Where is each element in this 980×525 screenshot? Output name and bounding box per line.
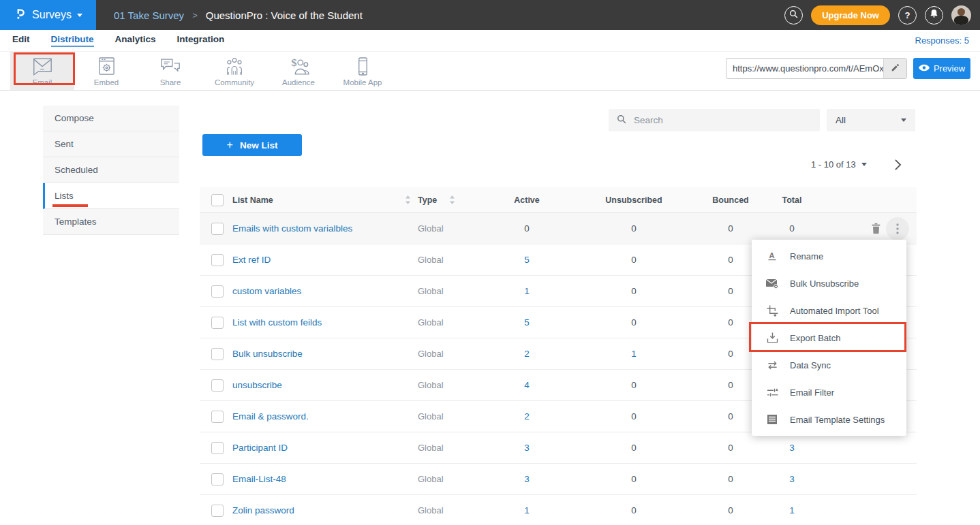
menu-item-rename[interactable]: ARename xyxy=(752,242,906,270)
count-value: 0 xyxy=(631,255,637,265)
sort-icon[interactable] xyxy=(449,195,455,204)
count-value: 0 xyxy=(631,443,637,453)
tab-distribute[interactable]: Distribute xyxy=(51,34,94,47)
list-name-link[interactable]: Zolin password xyxy=(232,505,294,515)
channel-audience[interactable]: $Audience xyxy=(266,52,331,90)
list-name-link[interactable]: Email-List-48 xyxy=(232,474,286,484)
sidebar-item-sent[interactable]: Sent xyxy=(43,131,179,157)
svg-text:A: A xyxy=(769,251,774,259)
list-name-link[interactable]: Ext ref ID xyxy=(232,255,271,265)
search-input[interactable] xyxy=(632,114,820,126)
tab-edit[interactable]: Edit xyxy=(12,34,30,47)
count-value[interactable]: 5 xyxy=(524,317,530,328)
preview-button[interactable]: Preview xyxy=(913,58,970,79)
select-all-checkbox[interactable] xyxy=(211,194,224,206)
list-filter-dropdown[interactable]: All xyxy=(827,109,915,131)
sidebar-item-compose[interactable]: Compose xyxy=(43,106,179,131)
row-checkbox[interactable] xyxy=(211,223,224,235)
active-count: 3 xyxy=(486,474,568,484)
question-mark-icon: ? xyxy=(905,10,910,20)
list-name-link[interactable]: Emails with custom varialbles xyxy=(232,223,352,234)
channel-embed[interactable]: Embed xyxy=(74,52,138,90)
active-count: 1 xyxy=(486,505,568,515)
sidebar-item-scheduled[interactable]: Scheduled xyxy=(43,157,179,183)
count-value[interactable]: 2 xyxy=(524,349,530,359)
avatar[interactable] xyxy=(951,5,971,25)
count-value[interactable]: 3 xyxy=(789,474,795,484)
row-checkbox[interactable] xyxy=(211,473,224,486)
bounced-count: 0 xyxy=(700,443,761,453)
row-checkbox[interactable] xyxy=(211,317,224,329)
unsubscribed-count: 0 xyxy=(568,286,700,296)
count-value[interactable]: 4 xyxy=(524,380,530,390)
channel-email[interactable]: Email xyxy=(10,52,74,90)
unsubscribed-count: 0 xyxy=(568,255,700,265)
list-name-link[interactable]: Participant ID xyxy=(232,443,288,453)
count-value[interactable]: 1 xyxy=(789,505,795,515)
sidebar-item-templates[interactable]: Templates xyxy=(43,209,179,235)
row-checkbox[interactable] xyxy=(211,285,224,298)
row-checkbox[interactable] xyxy=(211,379,224,392)
kebab-menu-button[interactable] xyxy=(886,217,909,240)
sort-icon[interactable] xyxy=(405,195,411,204)
tab-bar: EditDistributeAnalyticsIntegration xyxy=(0,30,980,51)
row-checkbox[interactable] xyxy=(211,348,224,360)
count-value[interactable]: 5 xyxy=(524,255,530,265)
upgrade-now-button[interactable]: Upgrade Now xyxy=(811,5,890,25)
count-value[interactable]: 3 xyxy=(524,443,530,453)
row-checkbox[interactable] xyxy=(211,442,224,454)
channel-share[interactable]: Share xyxy=(138,52,202,90)
trash-icon[interactable] xyxy=(871,223,881,234)
count-value[interactable]: 1 xyxy=(524,286,530,296)
menu-item-automated-import-tool[interactable]: Automated Import Tool xyxy=(752,297,906,324)
column-label: Total xyxy=(782,195,802,205)
email-icon xyxy=(31,56,53,77)
responses-link[interactable]: Responses: 5 xyxy=(915,30,970,51)
surveys-menu[interactable]: Surveys xyxy=(0,0,96,30)
sidebar-item-lists[interactable]: Lists xyxy=(43,183,179,209)
menu-item-email-template-settings[interactable]: Email Template Settings xyxy=(752,406,906,433)
list-name-link[interactable]: List with custom feilds xyxy=(232,317,322,328)
channel-mobile-app[interactable]: Mobile App xyxy=(331,52,395,90)
list-search-box xyxy=(609,109,820,131)
menu-item-export-batch[interactable]: Export Batch xyxy=(752,324,906,351)
list-name-link[interactable]: Bulk unsubscribe xyxy=(232,349,303,359)
help-button[interactable]: ? xyxy=(898,6,917,25)
email-sidebar: ComposeSentScheduledListsTemplates xyxy=(43,106,179,235)
row-checkbox[interactable] xyxy=(211,411,224,423)
count-value[interactable]: 3 xyxy=(789,443,795,453)
plus-icon: + xyxy=(227,140,233,150)
column-header-type[interactable]: Type xyxy=(418,195,486,205)
column-header-name[interactable]: List Name xyxy=(232,195,418,205)
count-value[interactable]: 1 xyxy=(631,349,637,359)
filter-selected-value: All xyxy=(836,115,901,125)
column-label: Type xyxy=(418,195,437,205)
count-value[interactable]: 2 xyxy=(524,411,530,421)
active-count: 3 xyxy=(486,443,568,453)
unsubscribed-count: 0 xyxy=(568,474,700,484)
new-list-button[interactable]: + New List xyxy=(202,134,302,156)
count-value[interactable]: 1 xyxy=(524,505,530,515)
count-value: 0 xyxy=(631,380,637,390)
menu-item-data-sync[interactable]: Data Sync xyxy=(752,351,906,379)
edit-url-button[interactable] xyxy=(883,59,906,78)
list-name-link[interactable]: unsubscribe xyxy=(232,380,282,390)
pagination[interactable]: 1 - 10 of 13 xyxy=(811,159,867,170)
list-name-link[interactable]: Email & password. xyxy=(232,411,309,421)
tab-integration[interactable]: Integration xyxy=(177,34,225,47)
survey-url[interactable]: https://www.questionpro.com/t/AEmOx2 xyxy=(726,59,883,78)
count-value[interactable]: 3 xyxy=(524,474,530,484)
pagination-next-button[interactable] xyxy=(894,159,902,174)
channel-community[interactable]: Community xyxy=(202,52,266,90)
audience-icon: $ xyxy=(288,56,309,77)
row-checkbox[interactable] xyxy=(211,254,224,266)
row-checkbox[interactable] xyxy=(211,505,224,517)
list-name-link[interactable]: custom variables xyxy=(232,286,301,296)
tab-analytics[interactable]: Analytics xyxy=(115,34,156,47)
breadcrumb-survey-name[interactable]: 01 Take Survey xyxy=(114,10,184,21)
menu-item-bulk-unsubscribe[interactable]: Bulk Unsubscribe xyxy=(752,270,906,297)
search-button[interactable] xyxy=(784,6,803,25)
menu-item-email-filter[interactable]: Email Filter xyxy=(752,379,906,406)
column-header-total: Total xyxy=(761,195,823,205)
notifications-button[interactable] xyxy=(925,6,943,25)
